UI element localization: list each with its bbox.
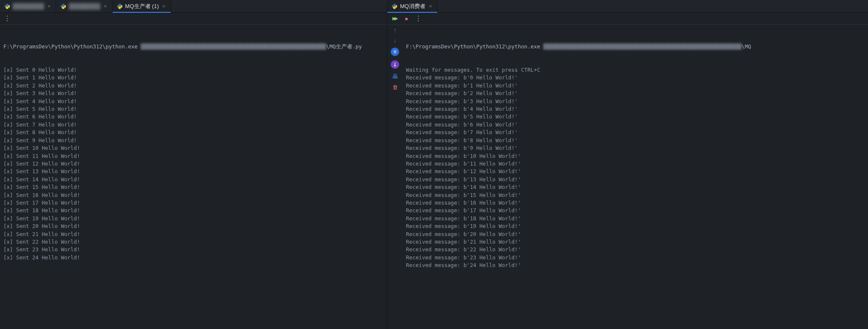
console-line: Received message: b'23 Hello World!' <box>406 254 865 262</box>
console-line: [x] Sent 6 Hello World! <box>3 113 383 121</box>
output-lines: [x] Sent 0 Hello World![x] Sent 1 Hello … <box>3 66 383 262</box>
python-file-icon <box>4 3 10 9</box>
console-line: Received message: b'0 Hello World!' <box>406 74 865 82</box>
console-line: [x] Sent 18 Hello World! <box>3 207 383 214</box>
console-line: [x] Sent 9 Hello World! <box>3 137 383 144</box>
console-line: [x] Sent 19 Hello World! <box>3 215 383 222</box>
console-line: Received message: b'18 Hello World!' <box>406 215 865 222</box>
console-output-right[interactable]: F:\ProgramsDev\Python\Python312\python.e… <box>403 25 868 329</box>
console-line: [x] Sent 2 Hello World! <box>3 82 383 90</box>
console-line: Received message: b'12 Hello World!' <box>406 168 865 175</box>
console-line: [x] Sent 11 Hello World! <box>3 152 383 160</box>
console-line: Received message: b'2 Hello World!' <box>406 90 865 97</box>
soft-wrap-icon[interactable]: ≡ <box>391 48 399 56</box>
console-line: Received message: b'5 Hello World!' <box>406 113 865 121</box>
console-line: [x] Sent 1 Hello World! <box>3 74 383 82</box>
console-line: Received message: b'11 Hello World!' <box>406 160 865 168</box>
console-gutter: ↑ ↓ ≡ ⤓ 🖶 🗑 <box>387 25 403 329</box>
console-line: Received message: b'19 Hello World!' <box>406 222 865 230</box>
console-line: Received message: b'14 Hello World!' <box>406 183 865 191</box>
scroll-up-icon[interactable]: ↑ <box>394 27 397 33</box>
run-tab[interactable]: ████████× <box>56 0 112 12</box>
console-line: Received message: b'1 Hello World!' <box>406 82 865 90</box>
close-tab-icon[interactable]: × <box>103 3 108 9</box>
console-line: [x] Sent 23 Hello World! <box>3 246 383 253</box>
command-line: F:\ProgramsDev\Python\Python312\python.e… <box>406 43 865 51</box>
run-pane-consumer: MQ消费者× ▶▶ ■ ⋮ ↑ ↓ ≡ ⤓ 🖶 🗑 F:\ProgramsDev… <box>387 0 868 329</box>
console-line: Waiting for messages. To exit press CTRL… <box>406 66 865 74</box>
content-left: F:\ProgramsDev\Python\Python312\python.e… <box>0 25 387 329</box>
console-line: Received message: b'24 Hello World!' <box>406 262 865 269</box>
console-line: Received message: b'16 Hello World!' <box>406 199 865 207</box>
console-line: Received message: b'9 Hello World!' <box>406 144 865 152</box>
more-icon[interactable]: ⋮ <box>4 16 10 22</box>
console-output-left[interactable]: F:\ProgramsDev\Python\Python312\python.e… <box>0 25 387 329</box>
output-lines: Waiting for messages. To exit press CTRL… <box>406 66 865 270</box>
tab-label: ████████ <box>69 3 100 9</box>
more-icon[interactable]: ⋮ <box>415 16 421 22</box>
console-line: Received message: b'21 Hello World!' <box>406 238 865 246</box>
run-tab[interactable]: ████████× <box>0 0 56 12</box>
run-tab[interactable]: MQ生产者 (1)× <box>113 0 171 12</box>
console-line: [x] Sent 22 Hello World! <box>3 238 383 246</box>
toolbar-right: ▶▶ ■ ⋮ <box>387 13 868 25</box>
close-tab-icon[interactable]: × <box>161 3 166 9</box>
console-line: [x] Sent 15 Hello World! <box>3 183 383 191</box>
console-line: [x] Sent 4 Hello World! <box>3 98 383 105</box>
console-line: [x] Sent 5 Hello World! <box>3 105 383 113</box>
python-file-icon <box>117 3 123 9</box>
console-line: Received message: b'15 Hello World!' <box>406 191 865 199</box>
console-line: Received message: b'10 Hello World!' <box>406 152 865 160</box>
clear-icon[interactable]: 🗑 <box>392 84 398 90</box>
console-line: [x] Sent 3 Hello World! <box>3 90 383 97</box>
tab-bar-right: MQ消费者× <box>387 0 868 13</box>
console-line: Received message: b'17 Hello World!' <box>406 207 865 214</box>
console-line: Received message: b'20 Hello World!' <box>406 231 865 238</box>
tab-bar-left: ████████×████████×MQ生产者 (1)× <box>0 0 387 13</box>
scroll-to-end-icon[interactable]: ⤓ <box>391 60 399 69</box>
console-line: [x] Sent 0 Hello World! <box>3 66 383 74</box>
print-icon[interactable]: 🖶 <box>392 73 398 80</box>
command-line: F:\ProgramsDev\Python\Python312\python.e… <box>3 43 383 51</box>
content-right: ↑ ↓ ≡ ⤓ 🖶 🗑 F:\ProgramsDev\Python\Python… <box>387 25 868 329</box>
console-line: Received message: b'6 Hello World!' <box>406 121 865 129</box>
console-line: [x] Sent 14 Hello World! <box>3 176 383 183</box>
tab-label: MQ生产者 (1) <box>125 3 159 10</box>
console-line: [x] Sent 10 Hello World! <box>3 144 383 152</box>
console-line: Received message: b'8 Hello World!' <box>406 137 865 144</box>
console-line: [x] Sent 21 Hello World! <box>3 231 383 238</box>
console-line: [x] Sent 17 Hello World! <box>3 199 383 207</box>
console-line: Received message: b'4 Hello World!' <box>406 105 865 113</box>
close-tab-icon[interactable]: × <box>428 3 433 9</box>
stop-icon[interactable]: ■ <box>403 16 409 22</box>
console-line: [x] Sent 24 Hello World! <box>3 254 383 262</box>
toolbar-left: ⋮ <box>0 13 387 25</box>
tab-label: MQ消费者 <box>400 3 426 10</box>
console-line: Received message: b'3 Hello World!' <box>406 98 865 105</box>
console-line: [x] Sent 8 Hello World! <box>3 129 383 136</box>
python-file-icon <box>392 3 397 9</box>
close-tab-icon[interactable]: × <box>47 3 52 9</box>
python-file-icon <box>60 3 66 9</box>
console-line: Received message: b'13 Hello World!' <box>406 176 865 183</box>
console-line: [x] Sent 12 Hello World! <box>3 160 383 168</box>
console-line: [x] Sent 13 Hello World! <box>3 168 383 175</box>
scroll-down-icon[interactable]: ↓ <box>394 37 397 43</box>
console-line: [x] Sent 16 Hello World! <box>3 191 383 199</box>
tab-label: ████████ <box>13 3 44 9</box>
console-line: Received message: b'22 Hello World!' <box>406 246 865 253</box>
console-line: Received message: b'7 Hello World!' <box>406 129 865 136</box>
run-tab[interactable]: MQ消费者× <box>387 0 438 12</box>
console-line: [x] Sent 20 Hello World! <box>3 222 383 230</box>
rerun-icon[interactable]: ▶▶ <box>392 16 397 22</box>
run-pane-producer: ████████×████████×MQ生产者 (1)× ⋮ F:\Progra… <box>0 0 387 329</box>
console-line: [x] Sent 7 Hello World! <box>3 121 383 129</box>
